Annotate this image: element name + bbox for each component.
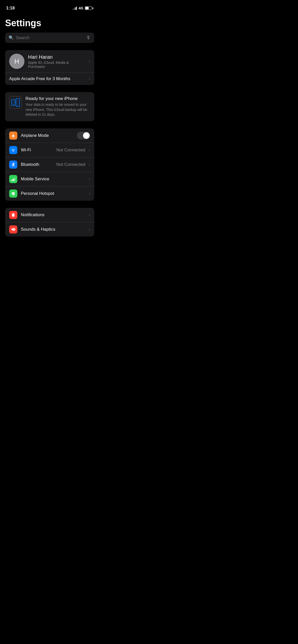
status-time: 1:18 [6, 6, 15, 11]
airplane-mode-toggle[interactable] [77, 132, 90, 139]
sounds-haptics-label: Sounds & Haptics [21, 227, 85, 232]
chevron-right-icon: › [89, 191, 90, 196]
airplane-mode-icon [9, 131, 17, 140]
search-input[interactable] [16, 35, 84, 40]
chevron-right-icon: › [89, 77, 90, 81]
search-icon: 🔍 [9, 35, 14, 40]
svg-rect-7 [12, 179, 13, 181]
chevron-right-icon: › [89, 59, 90, 64]
bluetooth-value: Not Connected [56, 162, 85, 167]
wifi-icon [9, 146, 17, 154]
svg-rect-3 [12, 100, 15, 104]
promo-description: Your data is ready to be moved to your n… [25, 102, 90, 117]
wifi-row[interactable]: Wi-Fi Not Connected › [5, 143, 94, 157]
bluetooth-label: Bluetooth [21, 162, 53, 167]
connectivity-section: Airplane Mode Wi-Fi Not Connected › Blue… [5, 128, 94, 201]
bluetooth-row[interactable]: Bluetooth Not Connected › [5, 157, 94, 172]
promo-title: Ready for your new iPhone [25, 96, 90, 101]
svg-rect-6 [11, 180, 12, 181]
mobile-service-icon [9, 175, 17, 183]
notifications-icon [9, 211, 17, 219]
mobile-service-label: Mobile Service [21, 177, 85, 182]
profile-subtitle: Apple ID, iCloud, Media & Purchases [28, 61, 85, 69]
profile-row[interactable]: H Hari Haran Apple ID, iCloud, Media & P… [5, 50, 94, 73]
avatar: H [9, 54, 24, 69]
battery-icon [85, 6, 93, 10]
promo-text: Ready for your new iPhone Your data is r… [25, 96, 90, 117]
mobile-service-row[interactable]: Mobile Service › [5, 172, 94, 186]
bluetooth-icon [9, 160, 17, 169]
svg-rect-2 [17, 99, 19, 105]
chevron-right-icon: › [89, 162, 90, 167]
wifi-label: Wi-Fi [21, 148, 53, 153]
notifications-section: Notifications › Sounds & Haptics › [5, 208, 94, 237]
arcade-row[interactable]: Apple Arcade Free for 3 Months › [5, 73, 94, 85]
arcade-label: Apple Arcade Free for 3 Months [9, 76, 70, 81]
profile-text: Hari Haran Apple ID, iCloud, Media & Pur… [28, 54, 85, 69]
airplane-mode-row[interactable]: Airplane Mode [5, 128, 94, 143]
svg-rect-8 [13, 178, 14, 181]
page-title: Settings [0, 13, 99, 33]
promo-section[interactable]: Ready for your new iPhone Your data is r… [5, 92, 94, 121]
chevron-right-icon: › [89, 177, 90, 181]
search-bar[interactable]: 🔍 🎙 [5, 33, 94, 43]
svg-rect-9 [15, 178, 16, 181]
wifi-value: Not Connected [56, 148, 85, 153]
chevron-right-icon: › [89, 148, 90, 152]
airplane-mode-label: Airplane Mode [21, 133, 73, 138]
chevron-right-icon: › [89, 213, 90, 217]
profile-section: H Hari Haran Apple ID, iCloud, Media & P… [5, 50, 94, 85]
sounds-haptics-icon [9, 225, 17, 233]
svg-point-4 [18, 105, 18, 106]
sounds-haptics-row[interactable]: Sounds & Haptics › [5, 222, 94, 237]
microphone-icon[interactable]: 🎙 [86, 35, 91, 40]
chevron-right-icon: › [89, 227, 90, 232]
profile-name: Hari Haran [28, 54, 85, 60]
notifications-label: Notifications [21, 212, 85, 217]
svg-rect-11 [11, 229, 12, 230]
personal-hotspot-label: Personal Hotspot [21, 191, 85, 196]
personal-hotspot-icon [9, 189, 17, 198]
status-right: 4G [72, 6, 93, 10]
personal-hotspot-row[interactable]: Personal Hotspot › [5, 186, 94, 201]
status-bar: 1:18 4G [0, 0, 99, 13]
signal-bars-icon [72, 6, 77, 10]
promo-icon [9, 96, 22, 109]
notifications-row[interactable]: Notifications › [5, 208, 94, 222]
svg-point-5 [13, 104, 14, 105]
network-label: 4G [78, 6, 83, 10]
